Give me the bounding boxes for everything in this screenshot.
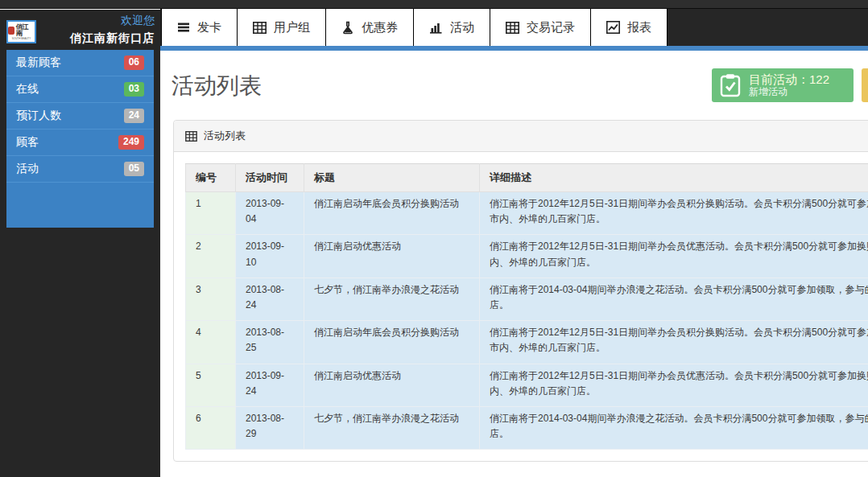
- column-header-id: 编号: [186, 164, 236, 192]
- cell-activity-date: 2013-09-10: [236, 235, 304, 278]
- current-activities-widget[interactable]: 目前活动：122 新增活动: [712, 68, 854, 102]
- table-icon: [253, 22, 267, 34]
- cell-activity-desc: 俏江南将于2012年12月5日-31日期间举办会员优惠活动。会员卡积分满500分…: [480, 364, 868, 406]
- table-row: 1 2013-09-04 俏江南启动年底会员积分换购活动 俏江南将于2012年1…: [186, 192, 868, 235]
- cell-activity-id: 5: [186, 364, 236, 406]
- top-dark-bar: [0, 0, 868, 9]
- count-badge: 24: [124, 109, 144, 122]
- sidebar-item-label: 在线: [16, 82, 39, 97]
- cell-activity-title: 七夕节，俏江南举办浪漫之花活动: [304, 406, 480, 449]
- sidebar-menu-item[interactable]: 在线 03: [6, 76, 154, 103]
- cell-activity-date: 2013-09-24: [236, 364, 304, 406]
- bar-chart-icon: [429, 22, 443, 34]
- cell-activity-desc: 俏江南将于2012年12月5日-31日期间举办会员优惠活动。会员卡积分满500分…: [480, 235, 868, 278]
- logo-text: 俏江南: [16, 24, 35, 37]
- sidebar-menu-item[interactable]: 活动 05: [6, 156, 154, 183]
- sidebar-item-label: 顾客: [16, 135, 39, 150]
- stat-text: 目前活动：122 新增活动: [749, 72, 829, 97]
- table-header-row: 编号 活动时间 标题 详细描述: [186, 164, 868, 192]
- table-icon: [185, 131, 197, 142]
- sidebar-item-label: 活动: [16, 162, 39, 176]
- panel-title: 活动列表: [204, 129, 246, 143]
- table-row: 4 2013-08-25 俏江南启动年底会员积分换购活动 俏江南将于2012年1…: [186, 321, 868, 364]
- tab-label: 活动: [450, 20, 474, 35]
- cell-activity-date: 2013-08-25: [236, 321, 304, 364]
- tab-transactions[interactable]: 交易记录: [490, 9, 591, 46]
- tab-label: 用户组: [274, 20, 310, 35]
- menu-icon: [177, 21, 190, 34]
- sidebar-menu-item[interactable]: 顾客 249: [6, 130, 154, 156]
- column-header-desc: 详细描述: [480, 164, 868, 192]
- store-name: 俏江南新街口店: [70, 31, 155, 46]
- logo-subtext: SOUTH BEAUTY: [12, 38, 31, 40]
- activity-list-panel: 活动列表 编号 活动时间 标题 详细描述: [173, 120, 868, 462]
- tab-label: 交易记录: [527, 20, 575, 35]
- activity-table: 编号 活动时间 标题 详细描述 1 2013-09-04 俏江南启动年底会员积分…: [185, 163, 868, 450]
- cell-activity-title: 俏江南启动年底会员积分换购活动: [304, 192, 480, 235]
- column-header-title: 标题: [304, 164, 480, 192]
- tab-label: 发卡: [197, 20, 221, 35]
- tab-reports[interactable]: 报表: [591, 9, 668, 46]
- count-badge: 249: [118, 135, 144, 149]
- secondary-stat-widget-clipped[interactable]: [862, 68, 868, 102]
- flask-icon: [341, 21, 354, 35]
- sidebar-brand: 俏江南 SOUTH BEAUTY 欢迎您 俏江南新街口店: [0, 10, 160, 50]
- sidebar: 俏江南 SOUTH BEAUTY 欢迎您 俏江南新街口店 最新顾客 06 在线 …: [0, 10, 160, 477]
- cell-activity-desc: 俏江南将于2014-03-04期间举办浪漫之花活动。会员卡积分满500分就可参加…: [480, 278, 868, 320]
- nav-tabs: 发卡 用户组 优惠券: [161, 9, 668, 46]
- cell-activity-title: 俏江南启动优惠活动: [304, 364, 480, 406]
- tab-activities[interactable]: 活动: [414, 9, 490, 46]
- cell-activity-title: 俏江南启动年底会员积分换购活动: [304, 321, 480, 364]
- sidebar-item-label: 最新顾客: [16, 56, 61, 70]
- clipboard-check-icon: [720, 73, 741, 97]
- tab-coupons[interactable]: 优惠券: [326, 9, 414, 46]
- panel-heading: 活动列表: [174, 121, 868, 152]
- tab-label: 优惠券: [362, 20, 398, 35]
- cell-activity-title: 俏江南启动优惠活动: [304, 235, 480, 278]
- cell-activity-id: 1: [186, 192, 236, 235]
- cell-activity-date: 2013-08-29: [236, 406, 304, 449]
- cell-activity-id: 3: [186, 278, 236, 320]
- cell-activity-date: 2013-09-04: [236, 192, 304, 235]
- cell-activity-desc: 俏江南将于2012年12月5日-31日期间举办会员积分换购活动。会员卡积分满50…: [480, 192, 868, 235]
- table-icon: [506, 22, 519, 34]
- cell-activity-date: 2013-08-24: [236, 278, 304, 320]
- line-chart-icon: [606, 21, 620, 34]
- cell-activity-desc: 俏江南将于2014-03-04期间举办浪漫之花活动。会员卡积分满500分就可参加…: [480, 406, 868, 449]
- cell-activity-id: 4: [186, 321, 236, 364]
- sidebar-item-label: 预订人数: [16, 109, 61, 123]
- cell-activity-title: 七夕节，俏江南举办浪漫之花活动: [304, 278, 480, 320]
- table-row: 2 2013-09-10 俏江南启动优惠活动 俏江南将于2012年12月5日-3…: [186, 235, 868, 278]
- cell-activity-desc: 俏江南将于2012年12月5日-31日期间举办会员积分换购活动。会员卡积分满50…: [480, 321, 868, 364]
- tab-label: 报表: [627, 20, 651, 35]
- table-row: 5 2013-09-24 俏江南启动优惠活动 俏江南将于2012年12月5日-3…: [186, 364, 868, 406]
- count-badge: 06: [124, 56, 144, 69]
- table-row: 3 2013-08-24 七夕节，俏江南举办浪漫之花活动 俏江南将于2014-0…: [186, 278, 868, 320]
- tab-issue-card[interactable]: 发卡: [161, 9, 238, 46]
- logo-seal-icon: [8, 27, 14, 35]
- column-header-date: 活动时间: [236, 164, 304, 192]
- add-activity-label: 新增活动: [749, 87, 829, 98]
- table-row: 6 2013-08-29 七夕节，俏江南举办浪漫之花活动 俏江南将于2014-0…: [186, 406, 868, 449]
- count-badge: 05: [124, 162, 144, 175]
- store-logo: 俏江南 SOUTH BEAUTY: [6, 20, 36, 43]
- current-activities-count: 目前活动：122: [749, 72, 829, 86]
- panel-body: 编号 活动时间 标题 详细描述 1 2013-09-04 俏江南启动年底会员积分…: [174, 152, 868, 461]
- cell-activity-id: 6: [186, 406, 236, 449]
- sidebar-menu-item[interactable]: 预订人数 24: [6, 103, 154, 130]
- sidebar-menu: 最新顾客 06 在线 03 预订人数 24 顾客 249 活动 05: [6, 50, 154, 228]
- cell-activity-id: 2: [186, 235, 236, 278]
- welcome-block: 欢迎您 俏江南新街口店: [70, 14, 155, 46]
- tab-user-groups[interactable]: 用户组: [238, 9, 326, 46]
- welcome-text: 欢迎您: [70, 14, 155, 28]
- sidebar-menu-item[interactable]: 最新顾客 06: [6, 50, 154, 76]
- count-badge: 03: [124, 82, 144, 96]
- main-area: 发卡 用户组 优惠券: [160, 0, 868, 477]
- content-area: 活动列表 目前活动：122 新增活动: [160, 51, 868, 477]
